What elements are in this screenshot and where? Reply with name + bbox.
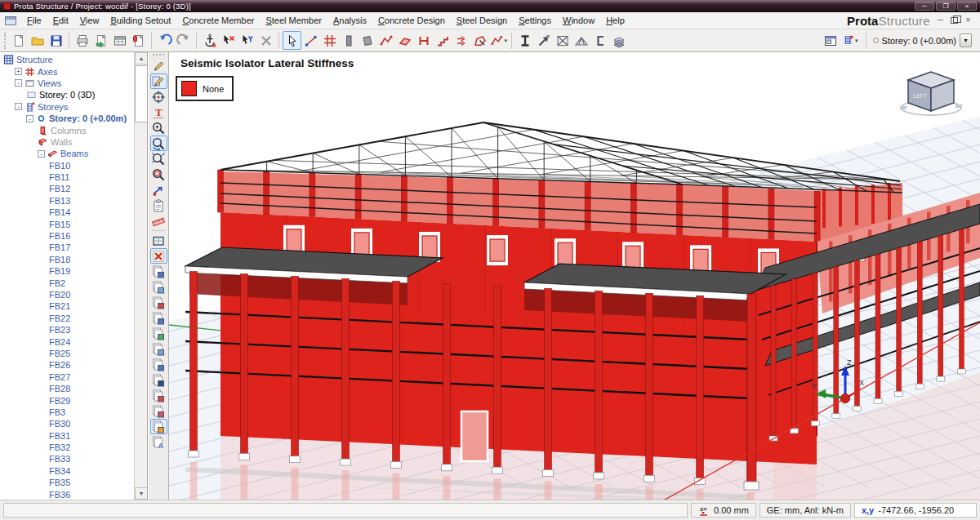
- print-button[interactable]: [73, 31, 91, 50]
- edit-properties-button[interactable]: [150, 73, 167, 89]
- export-document-button[interactable]: [91, 31, 110, 50]
- tree-item-fb31[interactable]: FB31: [0, 430, 134, 442]
- tree-item-fb2[interactable]: FB2: [0, 277, 134, 288]
- beam-tool-button[interactable]: [414, 31, 433, 50]
- polyline-tool-button[interactable]: [376, 31, 395, 50]
- display-columns-button[interactable]: [150, 295, 167, 310]
- menu-help[interactable]: Help: [600, 14, 630, 27]
- brace-tool-button[interactable]: [553, 31, 572, 50]
- pick-x-button[interactable]: [219, 31, 238, 50]
- display-walls-button[interactable]: [150, 310, 167, 326]
- expand-toggle[interactable]: -: [15, 79, 22, 87]
- polygon-tool-dropdown-button[interactable]: ▾: [489, 31, 508, 50]
- expand-toggle[interactable]: -: [26, 115, 33, 122]
- zoom-window-button[interactable]: [150, 167, 167, 182]
- tree-item-fb15[interactable]: FB15: [0, 218, 134, 229]
- tree-item-beams[interactable]: -Beams: [0, 148, 134, 159]
- storey-selector[interactable]: Storey: 0 (+0.00m) ▼: [873, 33, 972, 47]
- tree-item-fb35[interactable]: FB35: [0, 477, 134, 488]
- tree-item-fb21[interactable]: FB21: [0, 300, 134, 312]
- tree-item-fb27[interactable]: FB27: [0, 371, 134, 383]
- axes-tool-button[interactable]: [320, 31, 339, 50]
- draw-member-button[interactable]: [301, 31, 320, 50]
- tree-item-fb36[interactable]: FB36: [0, 488, 134, 500]
- menu-concrete-design[interactable]: Concrete Design: [372, 14, 451, 27]
- display-beams-button[interactable]: [150, 279, 167, 295]
- maximize-button[interactable]: ❒: [936, 2, 956, 11]
- pan-tool-button[interactable]: [150, 89, 167, 104]
- display-foundations-button[interactable]: [150, 326, 167, 341]
- tree-item-fb29[interactable]: FB29: [0, 394, 134, 406]
- tree-item-fb25[interactable]: FB25: [0, 348, 134, 359]
- report-button[interactable]: [129, 31, 148, 50]
- scroll-down-button[interactable]: ▼: [135, 487, 148, 500]
- tree-item-fb10[interactable]: FB10: [0, 160, 134, 171]
- mdi-close-button[interactable]: ×: [963, 16, 973, 25]
- display-steel-button[interactable]: [150, 341, 167, 357]
- paste-view-button[interactable]: [150, 198, 167, 213]
- steel-member-tool-button[interactable]: [534, 31, 553, 50]
- view-direction-button[interactable]: [150, 182, 167, 198]
- menu-steel-design[interactable]: Steel Design: [451, 14, 513, 27]
- menu-analysis[interactable]: Analysis: [327, 14, 372, 27]
- tree-item-fb28[interactable]: FB28: [0, 383, 134, 394]
- text-annotation-button[interactable]: T: [150, 104, 167, 120]
- tree-item-fb19[interactable]: FB19: [0, 265, 134, 277]
- data-form-button[interactable]: [822, 31, 840, 50]
- open-project-button[interactable]: [28, 31, 47, 50]
- close-button[interactable]: ×: [957, 2, 977, 11]
- menu-steel-member[interactable]: Steel Member: [260, 14, 327, 27]
- menu-view[interactable]: View: [74, 14, 105, 27]
- table-view-button[interactable]: [110, 31, 129, 50]
- edit-pencil-button[interactable]: [150, 58, 167, 73]
- tree-item-fb18[interactable]: FB18: [0, 254, 134, 265]
- display-loads-button[interactable]: [150, 388, 167, 403]
- layers-tool-button[interactable]: [609, 31, 628, 50]
- menu-settings[interactable]: Settings: [513, 14, 557, 27]
- display-text-labels-button[interactable]: A: [150, 434, 167, 450]
- menu-edit[interactable]: Edit: [47, 14, 74, 27]
- viewport-3d-canvas[interactable]: Z Y X Seismic Isolator Lateral Stiffness…: [169, 52, 980, 500]
- tree-item-storey-0-3d[interactable]: Storey: 0 (3D): [0, 89, 134, 100]
- tree-item-fb13[interactable]: FB13: [0, 195, 134, 207]
- truss-tool-button[interactable]: [572, 31, 590, 50]
- view-cube[interactable]: LEFT: [897, 65, 965, 119]
- menu-concrete-member[interactable]: Concrete Member: [176, 14, 260, 27]
- orbit-rotate-button[interactable]: [150, 136, 167, 151]
- tree-item-fb34[interactable]: FB34: [0, 465, 134, 477]
- select-cursor-button[interactable]: [283, 31, 301, 50]
- model-3d-view[interactable]: Z Y X: [169, 52, 980, 500]
- tree-item-views[interactable]: -Views: [0, 78, 134, 89]
- child-window-icon[interactable]: [5, 16, 16, 25]
- display-braces-button[interactable]: [150, 372, 167, 388]
- storey-manager-button[interactable]: ▾: [840, 31, 859, 50]
- delete-button[interactable]: [256, 31, 275, 50]
- menu-file[interactable]: File: [21, 14, 47, 27]
- tree-item-fb24[interactable]: FB24: [0, 336, 134, 347]
- tree-item-columns[interactable]: Columns: [0, 124, 134, 136]
- hide-elements-button[interactable]: [150, 248, 167, 264]
- tree-item-fb22[interactable]: FB22: [0, 313, 134, 324]
- mdi-minimize-button[interactable]: ─: [935, 16, 946, 25]
- view-toolbar-grip[interactable]: [153, 54, 164, 56]
- tree-item-fb14[interactable]: FB14: [0, 207, 134, 218]
- column-tool-button[interactable]: [339, 31, 358, 50]
- polygon-slab-tool-button[interactable]: [470, 31, 489, 50]
- tree-item-fb16[interactable]: FB16: [0, 230, 134, 242]
- tree-item-fb12[interactable]: FB12: [0, 183, 134, 194]
- tree-item-fb30[interactable]: FB30: [0, 418, 134, 429]
- tree-item-fb32[interactable]: FB32: [0, 442, 134, 453]
- tree-item-axes[interactable]: +Axes: [0, 65, 134, 77]
- expand-toggle[interactable]: -: [38, 150, 45, 158]
- wall-tool-button[interactable]: [358, 31, 376, 50]
- tree-scrollbar[interactable]: ▲ ▼: [134, 52, 147, 500]
- menu-window[interactable]: Window: [557, 14, 600, 27]
- tree-item-fb26[interactable]: FB26: [0, 359, 134, 371]
- dimension-tool-button[interactable]: [150, 213, 167, 229]
- tree-item-fb33[interactable]: FB33: [0, 453, 134, 464]
- tree-item-fb20[interactable]: FB20: [0, 289, 134, 300]
- display-hatching-button[interactable]: [150, 419, 167, 434]
- storey-selector-dropdown[interactable]: ▼: [960, 33, 972, 47]
- scroll-thumb[interactable]: [135, 65, 148, 122]
- purlin-tool-button[interactable]: [590, 31, 609, 50]
